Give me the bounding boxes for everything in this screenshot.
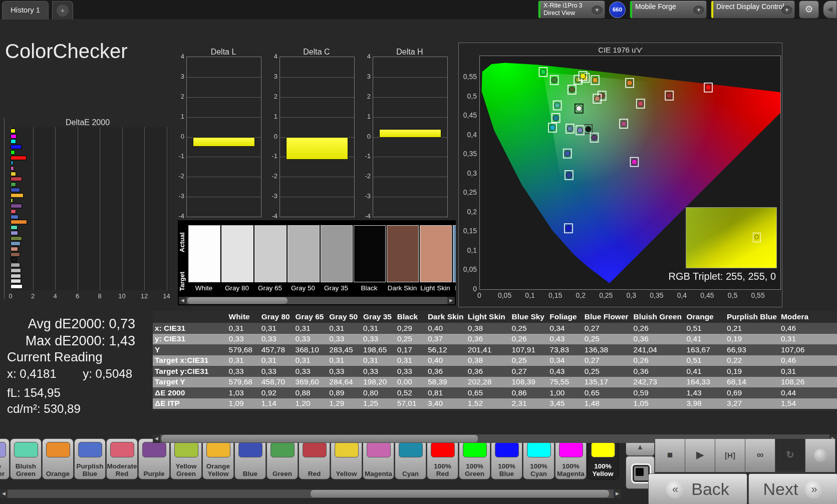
cie-x-tick-label: 0,45 <box>696 291 718 299</box>
patch-button-label: Blue Flower <box>0 460 9 477</box>
cie-x-tick-label: 0,1 <box>519 291 541 299</box>
add-tab-button[interactable]: + <box>52 1 73 20</box>
transport-interval-button[interactable]: [H] <box>715 438 745 472</box>
patch-button-label: Moderate Red <box>107 460 137 477</box>
table-cell: 0,00 <box>395 377 426 388</box>
table-cell: 0,25 <box>509 323 547 334</box>
table-row: ΔE ITP1,091,141,201,291,2557,013,401,522… <box>153 398 837 409</box>
deltae2000-chart: DeltaE 2000 02468101214 <box>4 118 171 299</box>
patch-button-100-yellow[interactable]: 100% Yellow <box>587 438 619 479</box>
patch-button-orange[interactable]: Orange <box>42 438 74 479</box>
table-cell: 0,26 <box>632 355 685 366</box>
table-cell: 0,34 <box>547 355 582 366</box>
scroll-right-arrow-icon[interactable]: ▶ <box>614 489 621 498</box>
table-cell: 0,31 <box>327 355 361 366</box>
patch-button-cyan[interactable]: Cyan <box>395 438 426 479</box>
pattern-source-dropdown[interactable]: Mobile Forge ▼ <box>630 1 707 19</box>
patch-button-100-magenta[interactable]: 100% Magenta <box>555 438 587 479</box>
patch-button-green[interactable]: Green <box>266 438 298 479</box>
deltae-bar-gray-65 <box>11 274 21 278</box>
table-cell: 56,12 <box>426 344 466 355</box>
patch-row-scrollbar[interactable]: ◀▶ <box>0 489 621 498</box>
delta-bar <box>379 129 441 138</box>
table-column-header: Gray 50 <box>327 311 361 323</box>
strip-patch-label: Dark Skin <box>386 284 418 292</box>
table-cell: 0,65 <box>466 387 510 398</box>
table-cell: 1,05 <box>632 398 685 409</box>
table-cell: 1,52 <box>466 398 510 409</box>
patch-button-100-blue[interactable]: 100% Blue <box>491 438 522 479</box>
scrollbar-thumb[interactable] <box>187 297 288 304</box>
target-row-label: Target <box>178 261 186 301</box>
patch-color-swatch <box>0 442 6 457</box>
x-tick-label: 8 <box>92 292 107 300</box>
chevrons-right-icon: » <box>805 480 823 498</box>
deltae-bar-100-yellow <box>11 129 16 133</box>
settings-button[interactable]: ⚙ <box>799 1 819 19</box>
gridline <box>280 197 354 197</box>
table-cell: 0,86 <box>509 387 547 398</box>
scroll-left-arrow-icon[interactable]: ◀ <box>179 297 186 304</box>
patch-button-purple[interactable]: Purple <box>138 438 170 479</box>
chevron-down-icon[interactable]: ▼ <box>592 6 603 15</box>
chevron-down-icon[interactable]: ▼ <box>781 6 792 15</box>
scrollbar-thumb[interactable] <box>311 490 609 497</box>
patch-color-swatch <box>527 442 551 457</box>
scroll-left-arrow-icon[interactable]: ◀ <box>0 489 8 498</box>
patch-button-purplish-blue[interactable]: Purplish Blue <box>74 438 106 479</box>
patch-button-yellow-green[interactable]: Yellow Green <box>170 438 202 479</box>
scroll-left-arrow-icon[interactable]: ◀ <box>153 434 160 443</box>
strip-patch-label: Gray 35 <box>320 284 352 292</box>
scrollbar-thumb[interactable] <box>161 435 478 442</box>
display-control-dropdown[interactable]: Direct Display Control ▼ <box>711 1 795 19</box>
table-row: x: CIE310,310,310,310,310,310,290,400,38… <box>153 323 837 334</box>
patch-button-100-green[interactable]: 100% Green <box>459 438 490 479</box>
cie-y-tick-label: 0,4 <box>461 131 477 139</box>
gridline <box>187 117 261 118</box>
table-cell: 0,17 <box>395 344 426 355</box>
back-button[interactable]: « Back <box>648 473 747 504</box>
deltae-bar-magenta <box>11 166 14 171</box>
meter-dropdown[interactable]: X-Rite i1Pro 3Direct View ▼ <box>538 1 605 19</box>
transport-blank-button[interactable] <box>805 438 835 472</box>
y-tick-label: 3 <box>360 73 371 80</box>
table-column-header: Dark Skin <box>426 311 466 323</box>
actual-target-strip: ActualTargetWhiteGray 80Gray 65Gray 50Gr… <box>178 220 456 305</box>
transport-refresh-button[interactable]: ↻ <box>775 438 805 472</box>
patch-button-100-cyan[interactable]: 100% Cyan <box>523 438 554 479</box>
strip-scrollbar[interactable]: ◀▶ <box>179 297 455 304</box>
tab-history-1[interactable]: History 1 <box>2 1 49 20</box>
cie-y-tick-label: 0,15 <box>461 227 477 235</box>
patch-color-swatch <box>142 442 166 457</box>
chevron-down-icon[interactable]: ▼ <box>693 6 704 15</box>
deltae-bar-bluish-green <box>11 225 18 230</box>
patch-button-magenta[interactable]: Magenta <box>363 438 394 479</box>
patch-button-100-red[interactable]: 100% Red <box>427 438 458 479</box>
next-button-label: Next <box>763 479 798 499</box>
y-tick-label: 0 <box>360 133 371 140</box>
patch-button-orange-yellow[interactable]: Orange Yellow <box>202 438 234 479</box>
patch-button-moderate-red[interactable]: Moderate Red <box>106 438 138 479</box>
patch-button-blue[interactable]: Blue <box>234 438 266 479</box>
de-summary: Avg dE2000: 0,73 Max dE2000: 1,43 <box>3 315 135 349</box>
patch-color-swatch <box>78 442 102 457</box>
transport-play-button[interactable]: ▶ <box>685 438 715 472</box>
next-button[interactable]: Next » <box>748 473 837 504</box>
table-cell: 242,73 <box>632 377 685 388</box>
patch-button-bluish-green[interactable]: Bluish Green <box>10 438 42 479</box>
table-cell: 0,31 <box>779 366 837 377</box>
reading-count-badge[interactable]: 660 <box>609 2 626 18</box>
scroll-right-arrow-icon[interactable]: ▶ <box>447 297 455 304</box>
patch-button-blue-flower[interactable]: Blue Flower <box>0 438 10 479</box>
collapse-panel-button[interactable]: ◀ <box>823 1 837 19</box>
table-cell: 0,59 <box>632 387 685 398</box>
stop-icon: ■ <box>667 449 673 460</box>
patch-button-label: 100% Red <box>427 460 458 477</box>
patch-button-yellow[interactable]: Yellow <box>331 438 362 479</box>
transport-stop-button[interactable]: ■ <box>655 438 685 472</box>
gridline <box>187 157 261 157</box>
avg-de2000: Avg dE2000: 0,73 <box>3 315 135 332</box>
strip-patch-label: Gray 80 <box>221 284 253 292</box>
transport-continuous-button[interactable]: ∞ <box>745 438 775 472</box>
patch-button-red[interactable]: Red <box>299 438 330 479</box>
